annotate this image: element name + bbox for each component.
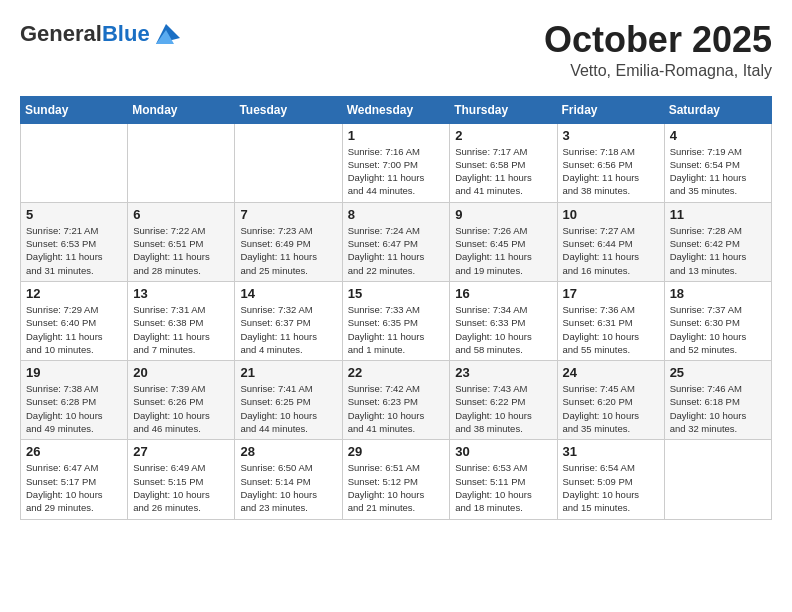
table-row: 22Sunrise: 7:42 AM Sunset: 6:23 PM Dayli…: [342, 361, 450, 440]
day-info: Sunrise: 7:41 AM Sunset: 6:25 PM Dayligh…: [240, 382, 336, 435]
weekday-header-row: Sunday Monday Tuesday Wednesday Thursday…: [21, 96, 772, 123]
day-number: 21: [240, 365, 336, 380]
logo-blue-text: Blue: [102, 21, 150, 46]
day-number: 17: [563, 286, 659, 301]
day-number: 20: [133, 365, 229, 380]
table-row: 13Sunrise: 7:31 AM Sunset: 6:38 PM Dayli…: [128, 281, 235, 360]
calendar: Sunday Monday Tuesday Wednesday Thursday…: [20, 96, 772, 520]
day-number: 16: [455, 286, 551, 301]
day-info: Sunrise: 7:46 AM Sunset: 6:18 PM Dayligh…: [670, 382, 766, 435]
day-number: 30: [455, 444, 551, 459]
day-info: Sunrise: 7:29 AM Sunset: 6:40 PM Dayligh…: [26, 303, 122, 356]
table-row: 20Sunrise: 7:39 AM Sunset: 6:26 PM Dayli…: [128, 361, 235, 440]
day-number: 14: [240, 286, 336, 301]
day-info: Sunrise: 7:18 AM Sunset: 6:56 PM Dayligh…: [563, 145, 659, 198]
calendar-week-row: 1Sunrise: 7:16 AM Sunset: 7:00 PM Daylig…: [21, 123, 772, 202]
day-info: Sunrise: 7:38 AM Sunset: 6:28 PM Dayligh…: [26, 382, 122, 435]
day-info: Sunrise: 6:49 AM Sunset: 5:15 PM Dayligh…: [133, 461, 229, 514]
table-row: 3Sunrise: 7:18 AM Sunset: 6:56 PM Daylig…: [557, 123, 664, 202]
day-info: Sunrise: 7:21 AM Sunset: 6:53 PM Dayligh…: [26, 224, 122, 277]
logo-icon: [152, 20, 180, 48]
day-info: Sunrise: 6:51 AM Sunset: 5:12 PM Dayligh…: [348, 461, 445, 514]
day-number: 27: [133, 444, 229, 459]
day-info: Sunrise: 7:32 AM Sunset: 6:37 PM Dayligh…: [240, 303, 336, 356]
day-number: 31: [563, 444, 659, 459]
day-info: Sunrise: 7:43 AM Sunset: 6:22 PM Dayligh…: [455, 382, 551, 435]
title-block: October 2025 Vetto, Emilia-Romagna, Ital…: [544, 20, 772, 80]
table-row: 8Sunrise: 7:24 AM Sunset: 6:47 PM Daylig…: [342, 202, 450, 281]
day-info: Sunrise: 6:53 AM Sunset: 5:11 PM Dayligh…: [455, 461, 551, 514]
day-number: 3: [563, 128, 659, 143]
day-info: Sunrise: 6:47 AM Sunset: 5:17 PM Dayligh…: [26, 461, 122, 514]
table-row: 29Sunrise: 6:51 AM Sunset: 5:12 PM Dayli…: [342, 440, 450, 519]
day-number: 2: [455, 128, 551, 143]
table-row: 16Sunrise: 7:34 AM Sunset: 6:33 PM Dayli…: [450, 281, 557, 360]
day-number: 4: [670, 128, 766, 143]
day-info: Sunrise: 7:19 AM Sunset: 6:54 PM Dayligh…: [670, 145, 766, 198]
day-info: Sunrise: 7:26 AM Sunset: 6:45 PM Dayligh…: [455, 224, 551, 277]
day-info: Sunrise: 7:37 AM Sunset: 6:30 PM Dayligh…: [670, 303, 766, 356]
table-row: 19Sunrise: 7:38 AM Sunset: 6:28 PM Dayli…: [21, 361, 128, 440]
header: GeneralBlue October 2025 Vetto, Emilia-R…: [20, 20, 772, 80]
table-row: 12Sunrise: 7:29 AM Sunset: 6:40 PM Dayli…: [21, 281, 128, 360]
table-row: 18Sunrise: 7:37 AM Sunset: 6:30 PM Dayli…: [664, 281, 771, 360]
page: GeneralBlue October 2025 Vetto, Emilia-R…: [0, 0, 792, 535]
calendar-week-row: 5Sunrise: 7:21 AM Sunset: 6:53 PM Daylig…: [21, 202, 772, 281]
day-number: 29: [348, 444, 445, 459]
day-info: Sunrise: 7:17 AM Sunset: 6:58 PM Dayligh…: [455, 145, 551, 198]
table-row: 25Sunrise: 7:46 AM Sunset: 6:18 PM Dayli…: [664, 361, 771, 440]
table-row: 6Sunrise: 7:22 AM Sunset: 6:51 PM Daylig…: [128, 202, 235, 281]
table-row: 11Sunrise: 7:28 AM Sunset: 6:42 PM Dayli…: [664, 202, 771, 281]
calendar-week-row: 26Sunrise: 6:47 AM Sunset: 5:17 PM Dayli…: [21, 440, 772, 519]
day-number: 6: [133, 207, 229, 222]
day-info: Sunrise: 7:36 AM Sunset: 6:31 PM Dayligh…: [563, 303, 659, 356]
table-row: 21Sunrise: 7:41 AM Sunset: 6:25 PM Dayli…: [235, 361, 342, 440]
table-row: 7Sunrise: 7:23 AM Sunset: 6:49 PM Daylig…: [235, 202, 342, 281]
day-number: 28: [240, 444, 336, 459]
table-row: 5Sunrise: 7:21 AM Sunset: 6:53 PM Daylig…: [21, 202, 128, 281]
table-row: [664, 440, 771, 519]
day-info: Sunrise: 7:33 AM Sunset: 6:35 PM Dayligh…: [348, 303, 445, 356]
day-info: Sunrise: 6:54 AM Sunset: 5:09 PM Dayligh…: [563, 461, 659, 514]
logo: GeneralBlue: [20, 20, 180, 48]
header-wednesday: Wednesday: [342, 96, 450, 123]
day-number: 25: [670, 365, 766, 380]
day-number: 23: [455, 365, 551, 380]
table-row: 9Sunrise: 7:26 AM Sunset: 6:45 PM Daylig…: [450, 202, 557, 281]
table-row: 2Sunrise: 7:17 AM Sunset: 6:58 PM Daylig…: [450, 123, 557, 202]
header-friday: Friday: [557, 96, 664, 123]
day-info: Sunrise: 7:45 AM Sunset: 6:20 PM Dayligh…: [563, 382, 659, 435]
day-number: 9: [455, 207, 551, 222]
table-row: 23Sunrise: 7:43 AM Sunset: 6:22 PM Dayli…: [450, 361, 557, 440]
day-info: Sunrise: 7:28 AM Sunset: 6:42 PM Dayligh…: [670, 224, 766, 277]
day-number: 13: [133, 286, 229, 301]
day-info: Sunrise: 7:31 AM Sunset: 6:38 PM Dayligh…: [133, 303, 229, 356]
table-row: 1Sunrise: 7:16 AM Sunset: 7:00 PM Daylig…: [342, 123, 450, 202]
day-number: 19: [26, 365, 122, 380]
table-row: 14Sunrise: 7:32 AM Sunset: 6:37 PM Dayli…: [235, 281, 342, 360]
table-row: 4Sunrise: 7:19 AM Sunset: 6:54 PM Daylig…: [664, 123, 771, 202]
day-number: 15: [348, 286, 445, 301]
header-saturday: Saturday: [664, 96, 771, 123]
day-number: 5: [26, 207, 122, 222]
table-row: 27Sunrise: 6:49 AM Sunset: 5:15 PM Dayli…: [128, 440, 235, 519]
day-number: 1: [348, 128, 445, 143]
table-row: 26Sunrise: 6:47 AM Sunset: 5:17 PM Dayli…: [21, 440, 128, 519]
day-info: Sunrise: 7:39 AM Sunset: 6:26 PM Dayligh…: [133, 382, 229, 435]
day-number: 12: [26, 286, 122, 301]
day-info: Sunrise: 7:24 AM Sunset: 6:47 PM Dayligh…: [348, 224, 445, 277]
table-row: 24Sunrise: 7:45 AM Sunset: 6:20 PM Dayli…: [557, 361, 664, 440]
day-info: Sunrise: 7:27 AM Sunset: 6:44 PM Dayligh…: [563, 224, 659, 277]
day-number: 26: [26, 444, 122, 459]
day-number: 7: [240, 207, 336, 222]
calendar-week-row: 12Sunrise: 7:29 AM Sunset: 6:40 PM Dayli…: [21, 281, 772, 360]
header-thursday: Thursday: [450, 96, 557, 123]
day-info: Sunrise: 7:23 AM Sunset: 6:49 PM Dayligh…: [240, 224, 336, 277]
table-row: 31Sunrise: 6:54 AM Sunset: 5:09 PM Dayli…: [557, 440, 664, 519]
table-row: 15Sunrise: 7:33 AM Sunset: 6:35 PM Dayli…: [342, 281, 450, 360]
header-monday: Monday: [128, 96, 235, 123]
table-row: 10Sunrise: 7:27 AM Sunset: 6:44 PM Dayli…: [557, 202, 664, 281]
location-title: Vetto, Emilia-Romagna, Italy: [544, 62, 772, 80]
day-info: Sunrise: 7:16 AM Sunset: 7:00 PM Dayligh…: [348, 145, 445, 198]
day-info: Sunrise: 7:22 AM Sunset: 6:51 PM Dayligh…: [133, 224, 229, 277]
